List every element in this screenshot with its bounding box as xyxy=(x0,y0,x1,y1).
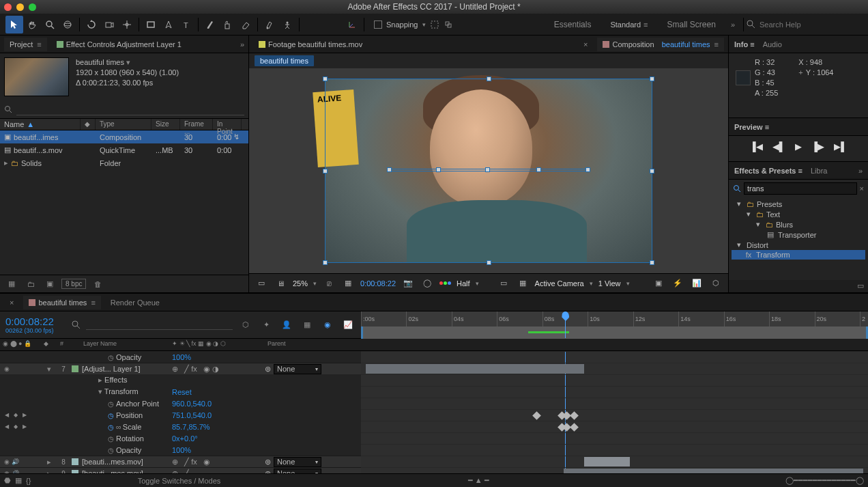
clear-search-icon[interactable]: × xyxy=(860,184,864,193)
visibility-icon[interactable]: ◉ xyxy=(3,458,10,465)
project-tab[interactable]: Project≡ xyxy=(4,38,47,51)
timeline-icon[interactable]: 📊 xyxy=(690,279,704,288)
project-row[interactable]: ▣beautif...imes Composition 300:00↯ xyxy=(0,130,248,143)
help-search-input[interactable] xyxy=(760,20,841,29)
project-row[interactable]: ▤beautif...s.mov QuickTime...MB 300:00 xyxy=(0,143,248,156)
fast-preview-icon[interactable]: ⚡ xyxy=(671,279,684,288)
libraries-tab[interactable]: Libra xyxy=(811,167,827,175)
panel-overflow[interactable]: » xyxy=(240,40,244,48)
parent-dropdown[interactable]: None▾ xyxy=(274,364,321,374)
active-camera[interactable]: Active Camera xyxy=(535,279,584,288)
effects-tree[interactable]: ▾🗀Presets ▾🗀Text ▾🗀Blurs ▤Transporter ▾D… xyxy=(729,197,868,261)
transparency-grid-icon[interactable]: ▦ xyxy=(341,279,355,288)
hand-tool[interactable] xyxy=(23,16,41,33)
rect-tool[interactable] xyxy=(142,16,160,33)
timeline-search[interactable] xyxy=(86,320,233,330)
brackets-icon[interactable]: {} xyxy=(26,477,31,485)
audio-tab[interactable]: Audio xyxy=(763,40,782,48)
pen-tool[interactable] xyxy=(160,16,177,33)
motion-blur-icon[interactable]: ◉ xyxy=(320,318,335,333)
last-frame-icon[interactable]: ▶▌ xyxy=(834,141,847,152)
project-row[interactable]: ▸🗀Solids Folder xyxy=(0,156,248,169)
draft-3d-icon[interactable]: ✦ xyxy=(259,318,274,333)
time-ruler[interactable]: :00s02s 04s06s 08s10s 12s14s 16s18s 20s2 xyxy=(361,311,868,338)
toggle-transparency-icon[interactable]: ▦ xyxy=(15,476,22,485)
project-item-list[interactable]: Name ▲◆ TypeSize Frame ...In Point ▣beau… xyxy=(0,118,248,275)
workspace-overflow[interactable]: » xyxy=(725,20,740,29)
render-queue-tab[interactable]: Render Queue xyxy=(105,296,165,309)
composition-viewer[interactable] xyxy=(249,68,728,273)
help-search[interactable] xyxy=(747,20,863,29)
breadcrumb[interactable]: beautiful times xyxy=(255,55,314,66)
pixel-aspect-icon[interactable]: ▣ xyxy=(652,279,665,288)
composition-tab[interactable]: Composition beautiful times ≡ xyxy=(597,38,724,51)
stopwatch-icon[interactable]: ◷ xyxy=(108,435,114,443)
roi-icon[interactable]: ▭ xyxy=(497,279,510,288)
roto-tool[interactable] xyxy=(261,16,278,33)
snapping-checkbox[interactable] xyxy=(374,20,382,29)
parent-dropdown[interactable]: None▾ xyxy=(274,469,321,474)
next-kf-icon[interactable]: ▶ xyxy=(20,412,28,418)
shy-icon[interactable]: 👤 xyxy=(279,318,294,333)
layer-row[interactable]: ◉▾7[Adjust... Layer 1]⊕ ╱ fx ◉ ◑⊚None▾ xyxy=(0,363,361,374)
frame-blend-icon[interactable]: ▦ xyxy=(300,318,315,333)
layer-row[interactable]: ◉🔊▸8[beauti...mes.mov]⊕ ╱ fx ◉⊚None▾ xyxy=(0,456,361,467)
workspace-essentials[interactable]: Essentials xyxy=(545,20,601,29)
comp-mini-flowchart-icon[interactable]: ⬡ xyxy=(238,318,253,333)
resolution[interactable]: Half xyxy=(457,279,470,288)
new-comp-icon[interactable]: ▣ xyxy=(42,278,57,290)
zoom-level[interactable]: 25% xyxy=(293,279,308,288)
grid-icon[interactable]: ▦ xyxy=(516,279,530,288)
axis-icon[interactable] xyxy=(343,16,361,33)
prev-kf-icon[interactable]: ◀ xyxy=(3,412,10,418)
effect-item[interactable]: fxTransform xyxy=(732,250,865,260)
pickwhip-icon[interactable]: ⊚ xyxy=(265,458,271,467)
text-tool[interactable]: T xyxy=(177,16,195,33)
effect-controls-tab[interactable]: Effect Controls Adjustment Layer 1 xyxy=(51,38,187,51)
fast-preview-icon[interactable]: ⎚ xyxy=(322,279,336,288)
stopwatch-icon[interactable]: ◷ xyxy=(108,447,114,454)
add-kf-icon[interactable]: ◆ xyxy=(12,412,19,418)
snapping-toggle[interactable]: Snapping ▾ xyxy=(374,20,453,29)
view-layout[interactable]: 1 View xyxy=(598,279,621,288)
effects-search-input[interactable] xyxy=(744,182,857,195)
rotation-tool[interactable] xyxy=(83,16,100,33)
effects-presets-tab[interactable]: Effects & Presets ≡ xyxy=(734,167,802,175)
playhead[interactable] xyxy=(565,311,566,338)
camera-tool[interactable] xyxy=(100,16,118,33)
interpret-footage-icon[interactable]: ▦ xyxy=(4,278,19,290)
timeline-search-icon[interactable] xyxy=(72,320,81,329)
current-time[interactable]: 0:00:08:22 xyxy=(360,279,396,288)
toggle-switches-icon[interactable]: ⬣ xyxy=(4,476,11,485)
next-frame-icon[interactable]: ▐▶ xyxy=(811,141,824,152)
eraser-tool[interactable] xyxy=(237,16,255,33)
flowchart-icon[interactable]: ⬡ xyxy=(709,279,723,288)
prev-frame-icon[interactable]: ◀▌ xyxy=(772,141,785,152)
trash-icon[interactable]: 🗑 xyxy=(90,278,105,290)
timeline-tracks[interactable] xyxy=(361,351,868,473)
project-bit-depth[interactable]: 8 bpc xyxy=(61,279,86,289)
visibility-icon[interactable]: ◉ xyxy=(3,365,10,372)
anchor-tool[interactable] xyxy=(118,16,136,33)
preview-tab[interactable]: Preview ≡ xyxy=(734,123,769,131)
display-icon[interactable]: 🖥 xyxy=(274,279,287,288)
timecode[interactable]: 0:00:08:22 xyxy=(5,316,54,327)
brush-tool[interactable] xyxy=(201,16,219,33)
stopwatch-icon[interactable]: ◷ xyxy=(108,400,114,408)
puppet-tool[interactable] xyxy=(278,16,296,33)
new-folder-icon[interactable]: 🗀 xyxy=(23,278,38,290)
close-timeline-tab[interactable]: × xyxy=(4,296,19,309)
selection-tool[interactable] xyxy=(5,16,23,33)
layer-row[interactable]: ◉🔊▸9[beauti...mes.mov]⊕ ╱⊚None▾ xyxy=(0,467,361,473)
stopwatch-icon[interactable]: ◷ xyxy=(108,423,114,431)
orbit-tool[interactable] xyxy=(59,16,76,33)
workspace-small[interactable]: Small Screen xyxy=(658,20,725,29)
clone-tool[interactable] xyxy=(219,16,237,33)
snapshot-icon[interactable]: 📷 xyxy=(401,279,415,288)
channel-icon[interactable] xyxy=(439,281,451,285)
layer-outline[interactable]: ◷Opacity100% ◉▾7[Adjust... Layer 1]⊕ ╱ f… xyxy=(0,351,361,473)
timeline-tab[interactable]: beautiful times≡ xyxy=(23,296,100,309)
graph-editor-icon[interactable]: 📈 xyxy=(341,318,356,333)
info-tab[interactable]: Info ≡ xyxy=(734,40,755,48)
toggle-switches-modes[interactable]: Toggle Switches / Modes xyxy=(35,477,323,485)
